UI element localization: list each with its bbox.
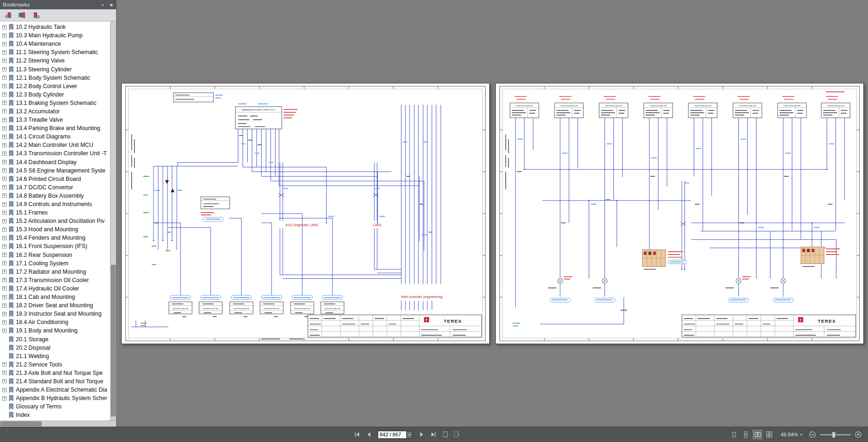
bookmark-item[interactable]: + 13.2 Accumulator (0, 107, 110, 116)
expand-plus-icon[interactable]: + (2, 396, 7, 401)
zoom-slider-thumb[interactable] (832, 432, 835, 438)
page-dropdown-arrow[interactable]: ▾ (407, 431, 413, 439)
bookmark-item[interactable]: + 18.2 Driver Seat and Mounting (0, 301, 110, 310)
page-number-input[interactable] (378, 431, 407, 439)
bookmark-item[interactable]: + 10.2 Hydraulic Tank (0, 23, 110, 31)
expand-plus-icon[interactable]: + (2, 76, 7, 80)
expand-plus-icon[interactable]: + (2, 168, 7, 173)
bookmark-item[interactable]: + Index (0, 411, 110, 419)
expand-plus-icon[interactable]: + (2, 236, 7, 240)
expand-plus-icon[interactable]: + (2, 278, 7, 282)
expand-plus-icon[interactable]: + (2, 304, 7, 308)
collapse-panel-icon[interactable]: » (101, 2, 104, 7)
expand-plus-icon[interactable]: + (2, 92, 7, 97)
dock-panel-icon[interactable]: ◄ (108, 2, 113, 7)
bookmark-item[interactable]: + 14.8 Battery Box Assembly (0, 192, 110, 200)
bookmark-item[interactable]: + 14.9 Controls and Instruments (0, 200, 110, 208)
bookmark-item[interactable]: + Appendix B Hydraulic System Scher (0, 394, 110, 402)
bookmark-item[interactable]: + 14.7 DC/DC Convertor (0, 183, 110, 192)
bookmark-item[interactable]: + Appendix A Electrical Schematic Dia (0, 386, 110, 394)
expand-plus-icon[interactable]: + (2, 253, 7, 257)
expand-plus-icon[interactable]: + (2, 185, 7, 189)
expand-plus-icon[interactable]: + (2, 135, 7, 139)
expand-plus-icon[interactable]: + (2, 286, 7, 290)
expand-plus-icon[interactable]: + (2, 312, 7, 316)
two-page-view-button[interactable] (753, 430, 762, 439)
bookmark-item[interactable]: + 18.3 Instructor Seat and Mounting (0, 310, 110, 318)
expand-plus-icon[interactable]: + (2, 25, 7, 29)
vertical-scrollbar-thumb[interactable] (111, 265, 116, 416)
expand-plus-icon[interactable]: + (2, 320, 7, 325)
bookmarks-vertical-scrollbar[interactable] (110, 21, 116, 421)
bookmark-item[interactable]: + 14.2 Main Controller Unit MCU (0, 141, 110, 149)
bookmark-item[interactable]: + 14.4 Dashboard Display (0, 158, 110, 166)
expand-plus-icon[interactable]: + (2, 177, 7, 181)
bookmark-item[interactable]: + 19.1 Body and Mounting (0, 326, 110, 335)
expand-plus-icon[interactable]: + (2, 261, 7, 265)
bookmark-item[interactable]: + 17.2 Radiator and Mounting (0, 268, 110, 276)
expand-plus-icon[interactable]: + (2, 388, 7, 392)
expand-plus-icon[interactable]: + (2, 244, 7, 249)
bookmark-item[interactable]: + 21.4 Standard Bolt and Nut Torque (0, 377, 110, 386)
single-page-view-button[interactable] (729, 430, 739, 439)
expand-plus-icon[interactable]: + (2, 109, 7, 113)
expand-plus-icon[interactable]: + (2, 118, 7, 122)
bookmark-item[interactable]: + 14.3 Transmission Controller Unit -T (0, 149, 110, 158)
bookmark-item[interactable]: + 15.1 Frames (0, 208, 110, 217)
expand-plus-icon[interactable]: + (2, 152, 7, 156)
expand-plus-icon[interactable]: + (2, 101, 7, 105)
next-page-button[interactable] (417, 429, 427, 440)
bookmark-item[interactable]: + 21.1 Welding (0, 352, 110, 360)
previous-page-button[interactable] (364, 429, 374, 440)
zoom-out-button[interactable] (807, 429, 818, 440)
new-bookmark-icon[interactable] (18, 12, 26, 19)
expand-plus-icon[interactable]: + (2, 67, 7, 71)
two-page-continuous-view-button[interactable] (764, 430, 774, 439)
expand-plus-icon[interactable]: + (2, 143, 7, 147)
expand-plus-icon[interactable]: + (2, 379, 7, 383)
bookmark-item[interactable]: + 18.4 Air Conditioning (0, 318, 110, 326)
expand-plus-icon[interactable]: + (2, 228, 7, 232)
bookmark-item[interactable]: + 13.4 Parking Brake and Mounting (0, 124, 110, 132)
first-page-button[interactable] (352, 429, 362, 440)
bookmark-item[interactable]: + 20.2 Disposal (0, 344, 110, 352)
bookmarks-horizontal-scrollbar[interactable] (0, 421, 116, 427)
bookmark-item[interactable]: + 21.2 Service Tools (0, 360, 110, 369)
expand-plus-icon[interactable]: + (2, 371, 7, 375)
bookmark-item[interactable]: + 18.1 Cab and Mounting (0, 293, 110, 301)
bookmark-item[interactable]: + 11.2 Steering Valve (0, 56, 110, 65)
bookmark-item[interactable]: + 15.4 Fenders and Mounting (0, 234, 110, 242)
bookmark-item[interactable]: + 10.4 Maintenance (0, 40, 110, 48)
bookmark-item[interactable]: + 17.1 Cooling System (0, 259, 110, 268)
zoom-percentage[interactable]: 49.94% (781, 432, 798, 437)
bookmark-item[interactable]: + 13.3 Treadle Valve (0, 116, 110, 124)
next-view-button[interactable] (451, 429, 462, 440)
expand-plus-icon[interactable]: + (2, 42, 7, 46)
bookmark-item[interactable]: + 10.3 Main Hydraulic Pump (0, 31, 110, 40)
expand-plus-icon[interactable]: + (2, 50, 7, 55)
bookmark-item[interactable]: + 12.1 Body System Schematic (0, 74, 110, 82)
zoom-dropdown-arrow[interactable]: ▾ (800, 433, 802, 437)
bookmark-options-icon[interactable] (32, 12, 40, 19)
bookmark-item[interactable]: + 16.1 Front Suspension (IFS) (0, 242, 110, 250)
expand-plus-icon[interactable]: + (2, 34, 7, 38)
expand-plus-icon[interactable]: + (2, 59, 7, 63)
expand-plus-icon[interactable]: + (2, 160, 7, 164)
previous-view-button[interactable] (440, 429, 450, 440)
bookmark-item[interactable]: + 16.2 Rear Suspension (0, 251, 110, 259)
zoom-slider[interactable] (820, 434, 851, 435)
continuous-view-button[interactable] (741, 430, 750, 439)
bookmark-item[interactable]: + 11.3 Steering Cylinder (0, 65, 110, 73)
horizontal-scrollbar-thumb[interactable] (0, 421, 42, 426)
bookmark-item[interactable]: + 14.1 Circuit Diagrams (0, 132, 110, 141)
expand-plus-icon[interactable]: + (2, 202, 7, 207)
expand-plus-icon[interactable]: + (2, 295, 7, 299)
bookmark-item[interactable]: + 12.2 Body Control Lever (0, 82, 110, 90)
expand-bookmark-icon[interactable] (4, 12, 12, 19)
expand-plus-icon[interactable]: + (2, 362, 7, 366)
expand-plus-icon[interactable]: + (2, 219, 7, 223)
zoom-in-button[interactable] (853, 429, 863, 440)
expand-plus-icon[interactable]: + (2, 329, 7, 333)
last-page-button[interactable] (428, 429, 438, 440)
bookmark-item[interactable]: + 21.3 Axle Bolt and Nut Torque Spe (0, 369, 110, 377)
